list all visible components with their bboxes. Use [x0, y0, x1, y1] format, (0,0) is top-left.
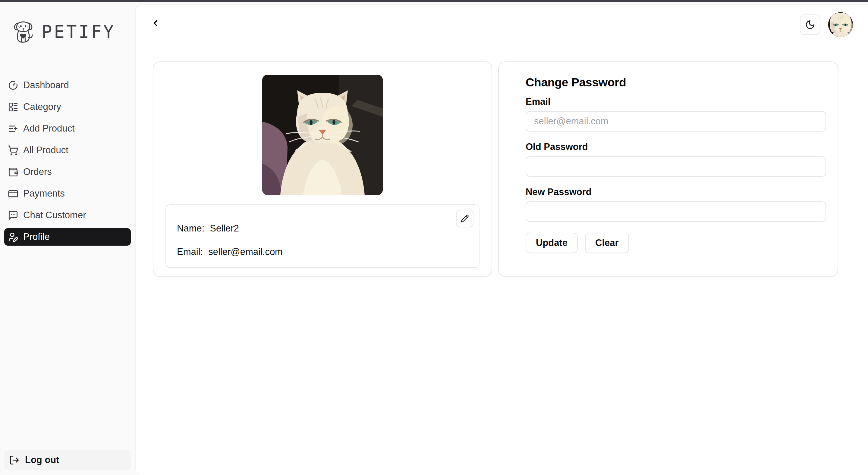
white-cat-image [262, 75, 383, 195]
new-password-field-label: New Password [526, 186, 826, 198]
top-accent-bar [0, 0, 868, 2]
layout-list-icon [8, 102, 19, 112]
back-button[interactable] [147, 15, 164, 32]
wallet-icon [8, 167, 19, 177]
sidebar: PETIFY Dashboard Category Add Product [0, 2, 135, 475]
moon-icon [805, 20, 815, 30]
user-pen-icon [8, 232, 19, 242]
sidebar-item-dashboard[interactable]: Dashboard [4, 76, 131, 94]
profile-card: Name: Seller2 Email: seller@email.com [153, 61, 492, 277]
sidebar-item-label: All Product [23, 145, 68, 156]
app-logo: PETIFY [11, 19, 135, 44]
change-password-title: Change Password [526, 76, 826, 89]
name-value: Seller2 [210, 223, 239, 234]
sidebar-item-profile[interactable]: Profile [4, 228, 131, 246]
email-field-label: Email [526, 96, 826, 107]
profile-name-row: Name: Seller2 [177, 223, 468, 234]
user-avatar[interactable] [828, 12, 853, 37]
sidebar-item-label: Category [23, 101, 61, 112]
profile-email-row: Email: seller@email.com [177, 246, 468, 258]
sidebar-item-label: Payments [23, 188, 65, 199]
logout-button[interactable]: Log out [4, 450, 131, 470]
sidebar-item-add-product[interactable]: Add Product [4, 120, 131, 137]
chevron-left-icon [150, 18, 161, 28]
change-password-card: Change Password Email Old Password New P… [498, 61, 838, 277]
email-value: seller@email.com [208, 246, 283, 258]
sidebar-item-label: Profile [23, 232, 50, 242]
avatar-cat-image [828, 12, 853, 37]
app-name: PETIFY [41, 22, 116, 42]
sidebar-item-label: Dashboard [23, 80, 69, 91]
email-label: Email: [177, 246, 203, 258]
puppy-heart-icon [11, 19, 36, 44]
main-panel: Name: Seller2 Email: seller@email.com Ch… [135, 4, 868, 475]
profile-content: Name: Seller2 Email: seller@email.com Ch… [153, 61, 838, 277]
edit-profile-button[interactable] [456, 210, 473, 227]
sidebar-item-category[interactable]: Category [4, 98, 131, 115]
message-square-icon [8, 210, 19, 220]
gauge-icon [8, 80, 19, 91]
sidebar-item-label: Add Product [23, 123, 75, 134]
sidebar-nav: Dashboard Category Add Product All Produ… [0, 76, 135, 246]
topbar-actions [800, 12, 853, 37]
sidebar-item-label: Chat Customer [23, 210, 86, 220]
pencil-icon [461, 214, 469, 223]
shopping-cart-icon [8, 145, 19, 156]
logout-label: Log out [25, 454, 59, 465]
credit-card-icon [8, 189, 19, 199]
password-actions: Update Clear [526, 233, 826, 253]
new-password-input[interactable] [526, 201, 826, 222]
sidebar-item-all-product[interactable]: All Product [4, 141, 131, 159]
sidebar-item-chat-customer[interactable]: Chat Customer [4, 206, 131, 224]
list-plus-icon [8, 124, 19, 134]
log-out-icon [9, 455, 20, 465]
clear-button[interactable]: Clear [585, 233, 629, 253]
sidebar-item-payments[interactable]: Payments [4, 185, 131, 202]
old-password-input[interactable] [526, 156, 826, 177]
email-input[interactable] [526, 111, 826, 132]
profile-photo [262, 75, 383, 195]
sidebar-item-orders[interactable]: Orders [4, 163, 131, 181]
name-label: Name: [177, 223, 204, 234]
profile-info-box: Name: Seller2 Email: seller@email.com [165, 204, 479, 268]
sidebar-item-label: Orders [23, 166, 52, 177]
old-password-field-label: Old Password [526, 141, 826, 152]
theme-toggle-button[interactable] [800, 14, 820, 35]
update-button[interactable]: Update [526, 233, 578, 253]
